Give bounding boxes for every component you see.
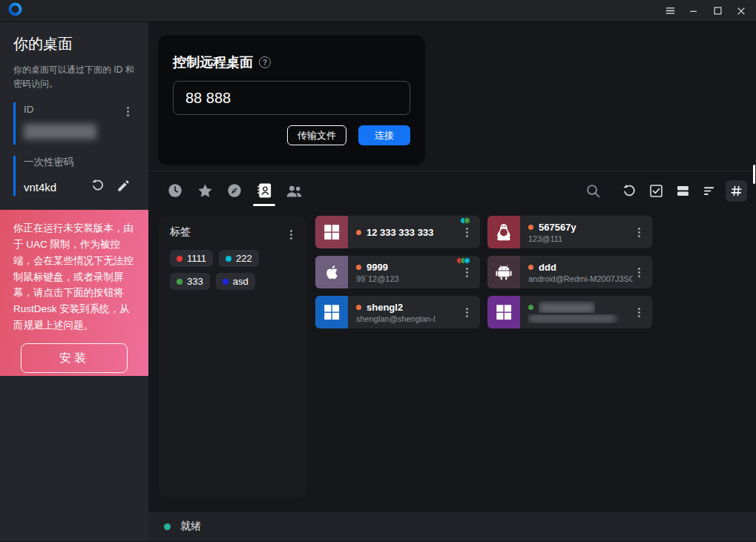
- linux-logo-icon: [487, 216, 520, 248]
- peer-more-menu-icon[interactable]: [461, 265, 472, 280]
- titlebar: [0, 0, 756, 22]
- peer-card[interactable]: 12 333 333 333: [315, 216, 480, 248]
- tag-label: 1111: [187, 253, 206, 264]
- id-label: ID: [24, 104, 127, 115]
- tags-header: 标签: [170, 225, 290, 239]
- one-time-password-value: vnt4kd: [24, 181, 91, 194]
- transfer-file-button[interactable]: 传输文件: [287, 125, 346, 145]
- tag-label: asd: [233, 276, 249, 287]
- rustdesk-window: 你的桌面 你的桌面可以通过下面的 ID 和密码访问。 ID 一次性密码 vnt4…: [0, 0, 756, 542]
- menu-icon[interactable]: [658, 1, 682, 22]
- tag-list: 1111222333asd: [170, 250, 297, 290]
- address-book-icon: [256, 182, 273, 199]
- one-time-password-label: 一次性密码: [24, 156, 137, 169]
- main-area: 控制远程桌面 ? 传输文件 连接: [148, 22, 756, 541]
- maximize-button[interactable]: [706, 1, 729, 22]
- windows-logo-icon: [315, 296, 348, 328]
- remote-id-input[interactable]: [173, 81, 410, 115]
- tab-favorites[interactable]: [190, 171, 220, 210]
- status-text: 就绪: [180, 520, 201, 533]
- star-icon: [197, 182, 214, 199]
- warning-text: 你正在运行未安装版本，由于 UAC 限制，作为被控端，会在某些情况下无法控制鼠标…: [13, 220, 135, 334]
- peer-more-menu-icon[interactable]: [634, 265, 644, 280]
- tag-color-dot: [226, 256, 231, 262]
- tag-pill[interactable]: asd: [216, 273, 255, 290]
- peers-content: 标签 1111222333asd 12 333 333 333 567567y: [158, 216, 756, 541]
- compass-icon: [226, 182, 243, 199]
- tag-color-dot: [177, 279, 183, 285]
- peer-status-dot: [356, 265, 361, 270]
- peer-status-dot: [528, 265, 533, 270]
- multi-select-icon[interactable]: [645, 180, 667, 202]
- control-remote-desktop-card: 控制远程桌面 ? 传输文件 连接: [158, 35, 425, 165]
- tab-recent-sessions[interactable]: [160, 171, 190, 210]
- android-logo-icon: [487, 256, 520, 288]
- rustdesk-logo-icon: [7, 1, 23, 20]
- password-section: 一次性密码 vnt4kd: [13, 156, 137, 196]
- sidebar: 你的桌面 你的桌面可以通过下面的 ID 和密码访问。 ID 一次性密码 vnt4…: [0, 22, 148, 541]
- peer-card-redacted[interactable]: [487, 296, 652, 328]
- view-cards-icon[interactable]: [672, 180, 694, 202]
- sort-icon[interactable]: [699, 180, 720, 202]
- peer-card[interactable]: shengl2 shenglan@shenglan-l: [315, 296, 480, 328]
- tab-discovered[interactable]: [220, 171, 249, 210]
- scrollbar-thumb[interactable]: [753, 165, 755, 184]
- tags-more-menu-icon[interactable]: [290, 225, 297, 239]
- tag-pill[interactable]: 333: [170, 273, 210, 290]
- edit-password-icon[interactable]: [116, 179, 131, 196]
- install-button[interactable]: 安装: [21, 343, 128, 373]
- peer-more-menu-icon[interactable]: [634, 305, 644, 320]
- peer-tag-dots: [463, 217, 470, 224]
- peer-name: 12 333 333 333: [367, 227, 433, 238]
- peer-card[interactable]: 9999 99`12@123: [315, 256, 480, 288]
- peer-more-menu-icon[interactable]: [461, 225, 472, 239]
- help-icon[interactable]: ?: [259, 56, 271, 68]
- id-more-menu-icon[interactable]: [127, 102, 137, 116]
- people-icon: [285, 182, 303, 200]
- tabbar: [148, 171, 756, 210]
- peer-name: ddd: [539, 262, 556, 273]
- peer-card[interactable]: ddd android@Redmi-M2007J3SC: [487, 256, 652, 288]
- tab-group[interactable]: [279, 171, 309, 210]
- peer-name: 9999: [367, 262, 388, 273]
- peer-name: 567567y: [539, 222, 576, 233]
- refresh-peers-icon[interactable]: [619, 180, 640, 202]
- tag-label: 222: [236, 253, 252, 264]
- tag-pill[interactable]: 222: [219, 250, 259, 267]
- sidebar-title: 你的桌面: [13, 34, 137, 54]
- id-section: ID: [13, 102, 137, 145]
- close-button[interactable]: [729, 1, 753, 22]
- connect-section-title: 控制远程桌面: [173, 53, 253, 71]
- tag-color-dot: [177, 256, 183, 262]
- windows-logo-icon: [487, 296, 520, 328]
- tab-address-book[interactable]: [249, 171, 279, 210]
- sidebar-subtitle: 你的桌面可以通过下面的 ID 和密码访问。: [13, 63, 137, 91]
- statusbar: 就绪: [148, 511, 756, 541]
- peer-more-menu-icon[interactable]: [634, 225, 644, 239]
- peer-card[interactable]: 567567y 123@111: [487, 216, 652, 248]
- peer-status-dot: [356, 230, 361, 235]
- peer-name: shengl2: [367, 302, 403, 313]
- peer-tag-dots: [459, 257, 470, 264]
- peer-status-dot: [528, 305, 533, 310]
- redacted-id-value: [24, 124, 96, 139]
- tag-pill[interactable]: 1111: [170, 250, 213, 267]
- minimize-button[interactable]: [682, 1, 706, 22]
- refresh-password-icon[interactable]: [91, 178, 105, 196]
- peer-status-dot: [356, 305, 361, 310]
- view-grid-icon[interactable]: [726, 180, 747, 202]
- peer-username: android@Redmi-M2007J3SC: [528, 274, 633, 283]
- peer-username: 99`12@123: [356, 274, 461, 283]
- install-warning-banner: 你正在运行未安装版本，由于 UAC 限制，作为被控端，会在某些情况下无法控制鼠标…: [0, 210, 148, 376]
- peer-status-dot: [528, 225, 533, 230]
- clock-icon: [167, 182, 183, 199]
- tag-color-dot: [223, 279, 229, 285]
- peer-more-menu-icon[interactable]: [461, 305, 472, 320]
- connect-button[interactable]: 连接: [358, 125, 410, 145]
- tags-panel: 标签 1111222333asd: [158, 216, 307, 498]
- search-icon[interactable]: [582, 180, 604, 202]
- apple-logo-icon: [315, 256, 348, 288]
- peer-username: [528, 314, 633, 323]
- peer-username: 123@111: [528, 234, 633, 243]
- peer-username: shenglan@shenglan-l: [356, 314, 461, 323]
